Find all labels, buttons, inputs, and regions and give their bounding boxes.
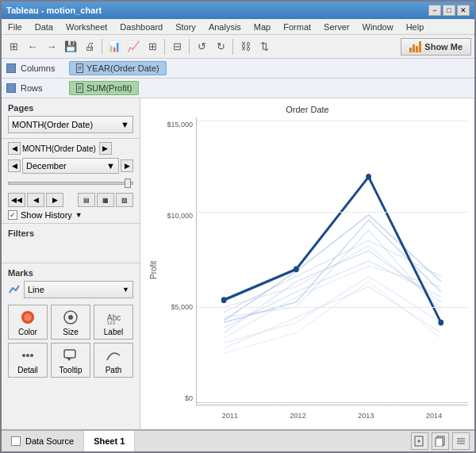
pages-arrow-icon: ▼ — [121, 120, 129, 129]
chart-svg — [197, 117, 468, 405]
marks-type-dropdown[interactable]: Line ▼ — [24, 281, 133, 298]
sheet1-tab[interactable]: Sheet 1 — [84, 431, 135, 451]
menu-dashboard[interactable]: Dashboard — [113, 21, 169, 33]
filters-section: Filters — [2, 224, 140, 263]
toolbar-swap-icon[interactable]: ⇅ — [255, 38, 273, 56]
toolbar-filter-icon[interactable]: ⊟ — [168, 38, 186, 56]
toolbar-table-icon[interactable]: ⊞ — [144, 38, 161, 56]
month-row: ◀ December ▼ ▶ — [8, 158, 133, 174]
rows-field-icon: # — [76, 83, 83, 93]
minimize-button[interactable]: − — [428, 5, 441, 16]
slider-handle[interactable] — [125, 179, 131, 188]
toolbar-bar-icon[interactable]: 📈 — [125, 38, 142, 56]
marks-size-button[interactable]: Size — [51, 305, 90, 340]
y-label-15k: $15,000 — [167, 121, 193, 129]
pages-dropdown[interactable]: MONTH(Order Date) ▼ — [8, 116, 133, 133]
svg-point-1 — [24, 313, 32, 321]
rows-pill[interactable]: # SUM(Profit) — [69, 81, 139, 95]
prev-month-button[interactable]: ◀ — [8, 142, 21, 155]
close-button[interactable]: ✕ — [457, 5, 470, 16]
marks-tooltip-button[interactable]: Tooltip — [51, 343, 90, 378]
rows-row: Rows # SUM(Profit) — [2, 79, 474, 98]
svg-point-7 — [26, 354, 29, 357]
pages-label: Pages — [8, 103, 133, 113]
show-me-label: Show Me — [424, 42, 463, 52]
x-label-2013: 2013 — [358, 412, 374, 420]
menu-format[interactable]: Format — [277, 21, 317, 33]
menu-window[interactable]: Window — [356, 21, 400, 33]
maximize-button[interactable]: □ — [443, 5, 455, 16]
toolbar-forward-icon[interactable]: → — [43, 38, 60, 56]
svg-text:123: 123 — [107, 321, 116, 325]
toolbar-print-icon[interactable]: 🖨 — [81, 38, 98, 56]
x-label-2011: 2011 — [222, 412, 238, 420]
selected-month: December — [26, 161, 67, 171]
y-label-5k: $5,000 — [171, 303, 193, 311]
toolbar-link-icon[interactable]: ⛓ — [236, 38, 254, 56]
marks-detail-button[interactable]: Detail — [8, 343, 48, 378]
left-panel: Pages MONTH(Order Date) ▼ ◀ MONTH(Order … — [2, 98, 140, 429]
toolbar-grid-icon[interactable]: ⊞ — [5, 38, 22, 56]
marks-label-button[interactable]: Abc123 Label — [94, 305, 133, 340]
toolbar-back-icon[interactable]: ← — [24, 38, 41, 56]
play-button[interactable]: ◀◀ — [8, 193, 25, 207]
columns-pill[interactable]: # YEAR(Order Date) — [69, 61, 167, 75]
toolbar-chart-icon[interactable]: 📊 — [106, 38, 123, 56]
next-btn[interactable]: ▶ — [121, 159, 133, 172]
svg-point-6 — [22, 354, 25, 357]
svg-point-14 — [438, 320, 443, 326]
menu-help[interactable]: Help — [400, 21, 431, 33]
columns-value: YEAR(Order Date) — [86, 63, 159, 73]
chart-title: Order Date — [147, 105, 468, 114]
toolbar-refresh2-icon[interactable]: ↻ — [212, 38, 229, 56]
columns-label: Columns — [21, 63, 64, 73]
menu-data[interactable]: Data — [29, 21, 60, 33]
main-window: Tableau - motion_chart − □ ✕ File Data W… — [0, 0, 476, 453]
display-btn-3[interactable]: ▧ — [116, 193, 133, 207]
svg-marker-10 — [67, 358, 71, 361]
show-me-button[interactable]: Show Me — [401, 38, 471, 56]
marks-detail-label: Detail — [17, 366, 38, 374]
pages-section: Pages MONTH(Order Date) ▼ — [2, 98, 140, 139]
menu-worksheet[interactable]: Worksheet — [60, 21, 113, 33]
menu-bar: File Data Worksheet Dashboard Story Anal… — [2, 19, 474, 35]
label-mark-icon: Abc123 — [105, 309, 122, 326]
timeline-slider[interactable] — [8, 182, 133, 185]
toolbar-sep3 — [189, 39, 190, 55]
menu-server[interactable]: Server — [317, 21, 355, 33]
new-sheet-button[interactable] — [411, 432, 428, 450]
chart-area: Order Date Profit $15,000 $10,000 $5,000… — [140, 98, 474, 429]
menu-file[interactable]: File — [2, 21, 29, 33]
display-btn-2[interactable]: ▦ — [97, 193, 114, 207]
duplicate-sheet-button[interactable] — [432, 432, 449, 450]
show-me-icon — [409, 41, 421, 52]
show-history-checkbox[interactable]: ✓ — [8, 210, 17, 220]
duplicate-sheet-icon — [435, 436, 446, 447]
month-selector: ◀ MONTH(Order Date) ▶ — [8, 142, 133, 155]
prev-btn[interactable]: ◀ — [8, 159, 21, 172]
marks-section: Marks Line ▼ Colo — [2, 263, 140, 429]
sort-sheet-button[interactable] — [452, 432, 470, 450]
menu-analysis[interactable]: Analysis — [202, 21, 248, 33]
gridline-mid — [197, 212, 468, 213]
data-source-icon — [11, 436, 21, 446]
data-source-tab[interactable]: Data Source — [2, 431, 84, 451]
marks-color-button[interactable]: Color — [8, 305, 48, 340]
detail-mark-icon — [19, 347, 36, 364]
month-dropdown[interactable]: December ▼ — [22, 158, 119, 174]
window-controls: − □ ✕ — [428, 5, 470, 16]
marks-buttons: Color Size Abc123 Label — [8, 305, 133, 378]
data-source-label: Data Source — [25, 436, 74, 446]
content-area: Pages MONTH(Order Date) ▼ ◀ MONTH(Order … — [2, 98, 474, 429]
chart-content: Profit $15,000 $10,000 $5,000 $0 — [147, 117, 468, 423]
toolbar-refresh-icon[interactable]: ↺ — [193, 38, 210, 56]
menu-map[interactable]: Map — [248, 21, 277, 33]
display-btn-1[interactable]: ▤ — [78, 193, 95, 207]
toolbar-save-icon[interactable]: 💾 — [62, 38, 79, 56]
size-mark-icon — [62, 309, 79, 326]
marks-path-button[interactable]: Path — [94, 343, 133, 378]
play-pause-button[interactable]: ▶ — [46, 193, 63, 207]
step-back-button[interactable]: ◀ — [27, 193, 44, 207]
next-month-button[interactable]: ▶ — [99, 142, 112, 155]
menu-story[interactable]: Story — [169, 21, 202, 33]
